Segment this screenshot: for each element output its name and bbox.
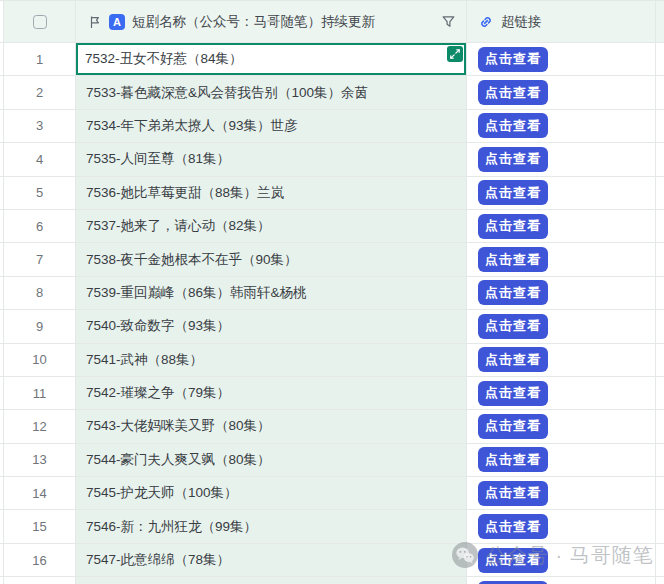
row-number: 12 <box>32 419 46 434</box>
row-number-cell[interactable]: 10 <box>4 344 76 377</box>
drama-name-cell[interactable] <box>76 577 467 584</box>
drama-name-cell[interactable]: 7535-人间至尊（81集） <box>76 143 467 176</box>
view-button[interactable]: 点击查看 <box>478 347 548 372</box>
expand-record-icon[interactable] <box>447 46 463 62</box>
flag-icon <box>88 15 102 29</box>
view-button[interactable]: 点击查看 <box>478 113 548 138</box>
drama-name-text: 7541-武神（88集） <box>86 351 203 369</box>
drama-name-cell[interactable]: 7541-武神（88集） <box>76 344 467 377</box>
drama-name-text: 7543-大佬妈咪美又野（80集） <box>86 417 271 435</box>
table-row: 13 7544-豪门夫人爽又飒（80集） 点击查看 <box>0 444 664 477</box>
drama-name-text: 7540-致命数字（93集） <box>86 317 230 335</box>
drama-name-cell[interactable]: 7543-大佬妈咪美又野（80集） <box>76 410 467 443</box>
link-icon <box>478 14 494 30</box>
name-column-title: 短剧名称（公众号：马哥随笔）持续更新 <box>132 13 375 31</box>
view-button[interactable]: 点击查看 <box>478 414 548 439</box>
drama-name-cell[interactable]: 7533-暮色藏深意&风会替我告别（100集）余茵 <box>76 76 467 109</box>
row-number: 1 <box>36 52 43 67</box>
hyperlink-cell: 点击查看 <box>467 277 656 310</box>
drama-name-cell[interactable]: 7544-豪门夫人爽又飒（80集） <box>76 444 467 477</box>
row-number-cell[interactable]: 14 <box>4 477 76 510</box>
row-number: 6 <box>36 219 43 234</box>
table-row: 10 7541-武神（88集） 点击查看 <box>0 344 664 377</box>
row-number: 15 <box>32 519 46 534</box>
select-all-checkbox[interactable] <box>33 15 47 29</box>
extra-cell <box>656 110 664 143</box>
drama-name-cell[interactable]: 7539-重回巅峰（86集）韩雨轩&杨桃 <box>76 277 467 310</box>
link-column-title: 超链接 <box>501 13 542 31</box>
drama-name-cell[interactable]: 7547-此意绵绵（78集） <box>76 544 467 577</box>
view-button[interactable]: 点击查看 <box>478 47 548 72</box>
row-number-cell[interactable]: 8 <box>4 277 76 310</box>
row-number-cell[interactable]: 2 <box>4 76 76 109</box>
view-button[interactable]: 点击查看 <box>478 314 548 339</box>
drama-name-text: 7536-她比草莓更甜（88集）兰岚 <box>86 184 284 202</box>
table-row: 4 7535-人间至尊（81集） 点击查看 <box>0 143 664 176</box>
row-number-cell[interactable]: 6 <box>4 210 76 243</box>
table-row: 9 7540-致命数字（93集） 点击查看 <box>0 310 664 343</box>
view-button[interactable]: 点击查看 <box>478 214 548 239</box>
drama-name-cell[interactable]: 7546-新：九州狂龙（99集） <box>76 510 467 543</box>
view-button[interactable]: 点击查看 <box>478 147 548 172</box>
view-button[interactable]: 点击查看 <box>478 381 548 406</box>
row-number: 10 <box>32 352 46 367</box>
name-column-header[interactable]: A 短剧名称（公众号：马哥随笔）持续更新 <box>76 0 467 43</box>
extra-cell <box>656 277 664 310</box>
table-row: 12 7543-大佬妈咪美又野（80集） 点击查看 <box>0 410 664 443</box>
drama-name-text: 7539-重回巅峰（86集）韩雨轩&杨桃 <box>86 284 307 302</box>
drama-name-cell[interactable]: 7540-致命数字（93集） <box>76 310 467 343</box>
row-number-cell[interactable]: 11 <box>4 377 76 410</box>
drama-name-text: 7547-此意绵绵（78集） <box>86 551 230 569</box>
spreadsheet-table: A 短剧名称（公众号：马哥随笔）持续更新 超链接 1 7532-丑女不好惹（84… <box>0 0 664 584</box>
row-number-cell[interactable]: 5 <box>4 177 76 210</box>
row-number-cell[interactable]: 13 <box>4 444 76 477</box>
table-row: 2 7533-暮色藏深意&风会替我告别（100集）余茵 点击查看 <box>0 76 664 109</box>
extra-cell <box>656 243 664 276</box>
drama-name-cell-selected[interactable]: 7532-丑女不好惹（84集） <box>76 43 467 76</box>
row-number-cell[interactable]: 15 <box>4 510 76 543</box>
view-button[interactable]: 点击查看 <box>478 247 548 272</box>
row-number-cell[interactable]: 3 <box>4 110 76 143</box>
view-button[interactable]: 点击查看 <box>478 548 548 573</box>
drama-name-text: 7532-丑女不好惹（84集） <box>85 50 243 68</box>
row-number: 2 <box>36 85 43 100</box>
view-button[interactable]: 点击查看 <box>478 481 548 506</box>
drama-name-cell[interactable]: 7536-她比草莓更甜（88集）兰岚 <box>76 177 467 210</box>
view-button[interactable]: 点击查看 <box>478 80 548 105</box>
drama-name-cell[interactable]: 7537-她来了，请心动（82集） <box>76 210 467 243</box>
drama-name-text: 7537-她来了，请心动（82集） <box>86 217 271 235</box>
view-button[interactable]: 点击查看 <box>478 180 548 205</box>
extra-cell <box>656 510 664 543</box>
extra-cell <box>656 177 664 210</box>
filter-icon[interactable] <box>441 14 456 29</box>
hyperlink-cell: 点击查看 <box>467 544 656 577</box>
drama-name-text: 7538-夜千金她根本不在乎（90集） <box>86 251 298 269</box>
table-header: A 短剧名称（公众号：马哥随笔）持续更新 超链接 <box>0 0 664 43</box>
drama-name-cell[interactable]: 7542-璀璨之争（79集） <box>76 377 467 410</box>
extra-cell <box>656 143 664 176</box>
table-row: 1 7532-丑女不好惹（84集） 点击查看 <box>0 43 664 76</box>
row-number-cell[interactable]: 7 <box>4 243 76 276</box>
row-number: 4 <box>36 152 43 167</box>
view-button[interactable]: 点击查看 <box>478 280 548 305</box>
view-button[interactable]: 点击查看 <box>478 514 548 539</box>
drama-name-cell[interactable]: 7534-年下弟弟太撩人（93集）世彦 <box>76 110 467 143</box>
table-row: 11 7542-璀璨之争（79集） 点击查看 <box>0 377 664 410</box>
table-row: 16 7547-此意绵绵（78集） 点击查看 <box>0 544 664 577</box>
row-number-cell[interactable]: 16 <box>4 544 76 577</box>
row-number-cell[interactable]: 12 <box>4 410 76 443</box>
row-number-cell[interactable]: 4 <box>4 143 76 176</box>
drama-name-text: 7533-暮色藏深意&风会替我告别（100集）余茵 <box>86 84 368 102</box>
row-number-cell[interactable]: 1 <box>4 43 76 76</box>
view-button[interactable]: 点击查看 <box>478 447 548 472</box>
row-number: 11 <box>33 386 47 401</box>
row-number-cell[interactable] <box>4 577 76 584</box>
row-number: 16 <box>32 553 46 568</box>
drama-name-cell[interactable]: 7545-护龙天师（100集） <box>76 477 467 510</box>
hyperlink-cell: 点击查看 <box>467 210 656 243</box>
row-number: 13 <box>32 452 46 467</box>
drama-name-cell[interactable]: 7538-夜千金她根本不在乎（90集） <box>76 243 467 276</box>
link-column-header[interactable]: 超链接 <box>467 0 656 43</box>
row-number-cell[interactable]: 9 <box>4 310 76 343</box>
extra-cell <box>656 210 664 243</box>
